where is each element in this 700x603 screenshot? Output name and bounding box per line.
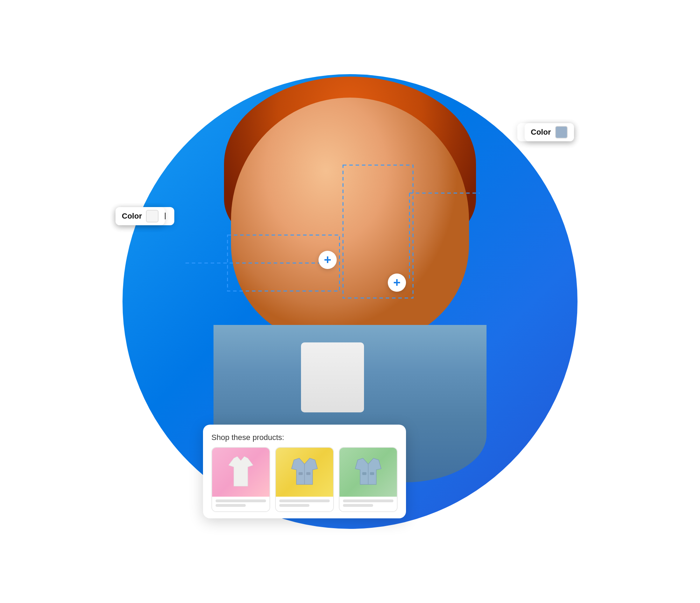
- product-card-shirt[interactable]: [211, 447, 270, 512]
- product-bar-4: [279, 504, 309, 507]
- shop-panel: Shop these products:: [203, 425, 406, 518]
- person-shirt: [301, 342, 364, 412]
- jacket-icon-2: [352, 456, 384, 488]
- svg-rect-4: [306, 472, 310, 475]
- person-face: [231, 98, 469, 342]
- jacket-plus-button[interactable]: +: [388, 274, 406, 292]
- color-label: Color: [122, 212, 142, 221]
- product-bar-5: [343, 499, 393, 502]
- product-list: [211, 447, 398, 512]
- product-card-jacket2[interactable]: [339, 447, 398, 512]
- shirt-plus-button[interactable]: +: [318, 251, 337, 269]
- jacket-color-swatch[interactable]: [555, 126, 568, 139]
- product-img-shirt: [212, 448, 270, 497]
- product-img-jacket2: [340, 448, 397, 497]
- svg-rect-8: [370, 472, 374, 475]
- svg-marker-0: [229, 456, 253, 486]
- shop-title: Shop these products:: [211, 433, 398, 442]
- svg-rect-7: [362, 472, 366, 475]
- product-bar-6: [343, 504, 373, 507]
- product-bar-2: [216, 504, 246, 507]
- product-info-jacket1: [276, 497, 333, 511]
- product-bar-3: [279, 499, 330, 502]
- jacket-color-label: Color: [531, 128, 551, 137]
- product-card-jacket1[interactable]: [275, 447, 334, 512]
- product-bar-1: [216, 499, 266, 502]
- product-img-jacket1: [276, 448, 333, 497]
- jacket-icon-1: [289, 456, 320, 488]
- product-info-jacket2: [340, 497, 397, 511]
- jacket-color-tag[interactable]: Color: [525, 123, 574, 141]
- shirt-color-swatch[interactable]: [146, 210, 159, 222]
- main-scene: COTTON SHIRT Color DENIM JACKET Color + …: [105, 57, 595, 546]
- shirt-color-tag[interactable]: Color: [115, 207, 165, 225]
- shirt-icon: [227, 456, 255, 488]
- left-tag-group: COTTON SHIRT Color: [115, 207, 165, 225]
- product-info-shirt: [212, 497, 270, 511]
- right-tag-group: DENIM JACKET Color: [525, 123, 574, 141]
- svg-rect-3: [299, 472, 303, 475]
